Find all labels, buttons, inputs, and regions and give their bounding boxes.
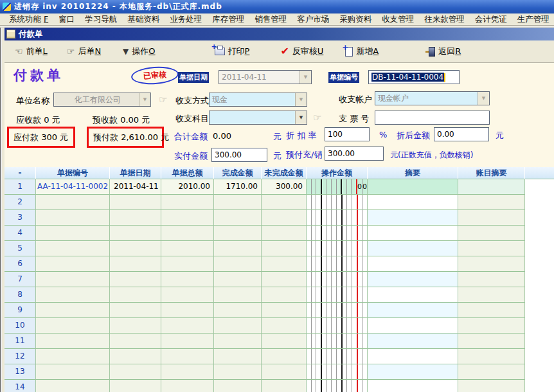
account-summary-cell[interactable]	[458, 226, 525, 241]
toolbar-button-l[interactable]: ☜前单L	[12, 44, 50, 59]
doc-no-cell[interactable]	[36, 241, 110, 256]
row-number-cell[interactable]: 2	[4, 195, 36, 210]
account-summary-cell[interactable]	[458, 241, 525, 256]
done-amount-cell[interactable]	[214, 241, 262, 256]
row-number-cell[interactable]: 9	[4, 303, 36, 318]
done-amount-cell[interactable]	[214, 380, 262, 392]
remaining-amount-cell[interactable]	[262, 349, 307, 364]
done-amount-cell[interactable]	[214, 364, 262, 380]
menu-item-2[interactable]: 窗口	[53, 14, 80, 25]
doc-no-cell[interactable]	[36, 303, 110, 318]
remaining-amount-cell[interactable]	[262, 241, 307, 256]
done-amount-cell[interactable]	[214, 303, 262, 318]
doc-date-cell[interactable]	[110, 380, 161, 392]
paid-amount-field[interactable]: 300.00	[211, 148, 267, 162]
row-number-cell[interactable]: 7	[4, 272, 36, 287]
done-amount-cell[interactable]	[214, 210, 262, 226]
remaining-amount-cell[interactable]	[262, 210, 307, 226]
doc-date-cell[interactable]	[110, 303, 161, 318]
done-amount-cell[interactable]	[214, 349, 262, 364]
summary-cell[interactable]	[368, 195, 458, 210]
operation-amount-cell[interactable]	[307, 272, 368, 287]
remaining-amount-cell[interactable]: 300.00	[262, 179, 307, 195]
row-number-cell[interactable]: 12	[4, 349, 36, 364]
pay-subject-combo[interactable]: ▼	[209, 111, 307, 125]
toolbar-button-p[interactable]: 打印P	[212, 44, 253, 59]
discount-rate-field[interactable]: 100	[325, 127, 370, 141]
table-row[interactable]: 12	[4, 349, 554, 364]
remaining-amount-cell[interactable]	[262, 380, 307, 392]
table-row[interactable]: 5	[4, 241, 554, 256]
table-row[interactable]: 10	[4, 318, 554, 334]
doc-total-cell[interactable]	[161, 272, 214, 287]
doc-total-cell[interactable]	[161, 303, 214, 318]
doc-no-cell[interactable]	[36, 364, 110, 380]
account-summary-cell[interactable]	[458, 380, 525, 392]
doc-no-cell[interactable]	[36, 380, 110, 392]
menu-item-4[interactable]: 基础资料	[122, 14, 165, 25]
summary-cell[interactable]	[368, 303, 458, 318]
doc-no-cell[interactable]	[36, 334, 110, 349]
row-number-cell[interactable]: 3	[4, 210, 36, 226]
doc-total-cell[interactable]	[161, 210, 214, 226]
toolbar-button-a[interactable]: 新增A	[343, 44, 381, 59]
toolbar-button-n[interactable]: ☞后单N	[64, 44, 103, 59]
account-summary-cell[interactable]	[458, 364, 525, 380]
doc-date-cell[interactable]	[110, 349, 161, 364]
operation-amount-cell[interactable]	[307, 210, 368, 226]
doc-total-cell[interactable]	[161, 364, 214, 380]
operation-amount-cell[interactable]	[307, 287, 368, 303]
summary-cell[interactable]	[368, 349, 458, 364]
summary-cell[interactable]	[368, 179, 458, 195]
summary-cell[interactable]	[368, 364, 458, 380]
chevron-down-icon[interactable]: ▼	[478, 92, 489, 105]
menu-item-11[interactable]: 往来款管理	[419, 14, 470, 25]
table-row[interactable]: 4	[4, 226, 554, 241]
summary-cell[interactable]	[368, 210, 458, 226]
done-amount-cell[interactable]	[214, 226, 262, 241]
doc-no-field[interactable]: DB-11-04-11-0004	[368, 70, 460, 84]
doc-no-cell[interactable]	[36, 272, 110, 287]
row-number-cell[interactable]: 14	[4, 380, 36, 392]
doc-date-cell[interactable]	[110, 226, 161, 241]
doc-date-cell[interactable]	[110, 364, 161, 380]
account-summary-cell[interactable]	[458, 272, 525, 287]
doc-no-cell[interactable]	[36, 349, 110, 364]
account-summary-cell[interactable]	[458, 349, 525, 364]
account-summary-cell[interactable]	[458, 210, 525, 226]
operation-amount-cell[interactable]	[307, 241, 368, 256]
remaining-amount-cell[interactable]	[262, 334, 307, 349]
unit-name-combo[interactable]: 化工有限公司 ▼	[53, 93, 151, 107]
row-number-cell[interactable]: 13	[4, 364, 36, 380]
operation-amount-cell[interactable]	[307, 226, 368, 241]
doc-date-cell[interactable]	[110, 318, 161, 334]
pay-account-combo[interactable]: 现金帐户 ▼	[375, 91, 490, 105]
summary-cell[interactable]	[368, 256, 458, 272]
done-amount-cell[interactable]	[214, 195, 262, 210]
doc-date-cell[interactable]	[110, 256, 161, 272]
operation-amount-cell[interactable]	[307, 380, 368, 392]
table-row[interactable]: 1AA-11-04-11-00022011-04-112010.001710.0…	[4, 179, 554, 195]
doc-no-cell[interactable]	[36, 195, 110, 210]
toolbar-button-u[interactable]: ✔反审核U	[278, 44, 326, 59]
table-row[interactable]: 9	[4, 303, 554, 318]
doc-no-cell[interactable]	[36, 226, 110, 241]
row-number-cell[interactable]: 5	[4, 241, 36, 256]
discounted-amount-field[interactable]: 0.00	[434, 127, 489, 141]
doc-date-combo[interactable]: 2011-04-11 ▼	[219, 70, 312, 84]
account-summary-cell[interactable]	[458, 334, 525, 349]
doc-total-cell[interactable]	[161, 256, 214, 272]
table-row[interactable]: 13	[4, 364, 554, 380]
menu-item-10[interactable]: 收支管理	[377, 14, 419, 25]
doc-total-cell[interactable]	[161, 318, 214, 334]
chevron-down-icon[interactable]: ▼	[295, 93, 307, 106]
operation-amount-cell[interactable]	[307, 334, 368, 349]
done-amount-cell[interactable]	[214, 287, 262, 303]
menu-item-9[interactable]: 采购资料	[334, 14, 377, 25]
menu-item-5[interactable]: 业务处理	[165, 14, 207, 25]
summary-cell[interactable]	[368, 380, 458, 392]
menu-item-1[interactable]: 系统功能 F	[4, 14, 53, 25]
row-number-cell[interactable]: 6	[4, 256, 36, 272]
table-row[interactable]: 6	[4, 256, 554, 272]
table-row[interactable]: 2	[4, 195, 554, 210]
